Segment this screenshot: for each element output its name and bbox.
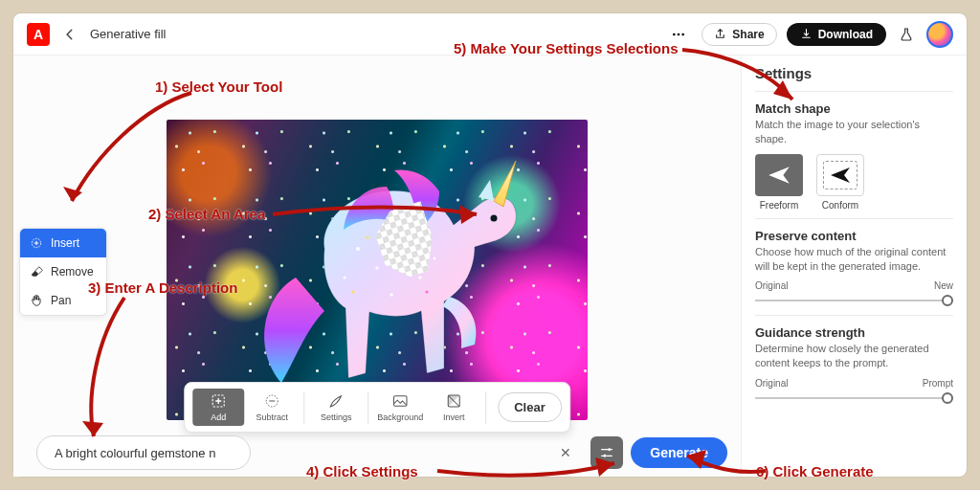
svg-point-0 xyxy=(673,33,676,35)
selection-invert[interactable]: Invert xyxy=(428,389,479,426)
subtract-icon xyxy=(263,392,280,410)
svg-point-12 xyxy=(367,236,369,239)
generate-button[interactable]: Generate xyxy=(631,437,727,468)
match-shape-conform[interactable]: Conform xyxy=(816,154,864,211)
preserve-slider[interactable] xyxy=(755,294,953,307)
svg-point-6 xyxy=(375,266,378,269)
back-button[interactable] xyxy=(59,24,80,45)
svg-point-5 xyxy=(356,247,360,251)
canvas-area: Insert Remove Pan xyxy=(13,56,741,477)
clear-button[interactable]: Clear xyxy=(498,392,562,422)
top-bar: A Generative fill Share Download xyxy=(13,13,967,56)
svg-point-2 xyxy=(682,33,685,35)
svg-point-9 xyxy=(344,277,346,279)
more-menu-button[interactable] xyxy=(665,21,692,48)
section-preserve-content: Preserve content Choose how much of the … xyxy=(755,218,953,316)
share-label: Share xyxy=(732,28,764,41)
download-button[interactable]: Download xyxy=(787,23,886,46)
selection-background[interactable]: Background xyxy=(374,389,426,426)
clear-prompt-icon[interactable]: ✕ xyxy=(560,445,571,460)
page-title: Generative fill xyxy=(90,27,166,41)
sliders-icon xyxy=(599,445,614,460)
labs-icon[interactable] xyxy=(896,24,917,45)
section-guidance-strength: Guidance strength Determine how closely … xyxy=(755,315,953,412)
svg-point-8 xyxy=(418,276,422,279)
svg-point-10 xyxy=(390,293,392,296)
add-icon xyxy=(210,392,227,410)
prompt-row: ✕ Generate xyxy=(36,434,727,471)
selection-toolbar: Add Subtract Settings Background xyxy=(184,382,570,433)
prompt-settings-button[interactable] xyxy=(590,436,623,469)
section-match-shape: Match shape Match the image to your sele… xyxy=(755,91,953,218)
plane-icon xyxy=(827,164,854,187)
invert-icon xyxy=(445,392,462,410)
avatar[interactable] xyxy=(926,21,953,48)
svg-point-21 xyxy=(608,448,611,451)
svg-point-16 xyxy=(425,290,428,293)
download-icon xyxy=(800,28,813,40)
app-window: A Generative fill Share Download xyxy=(13,13,967,477)
artwork-image[interactable] xyxy=(167,120,588,420)
prompt-input[interactable] xyxy=(36,435,251,470)
background-icon xyxy=(391,392,409,410)
svg-point-14 xyxy=(352,291,355,294)
selection-settings[interactable]: Settings xyxy=(310,389,362,426)
plane-icon xyxy=(765,163,793,188)
adobe-logo[interactable]: A xyxy=(27,23,50,46)
unicorn-illustration xyxy=(253,134,540,412)
svg-point-11 xyxy=(434,257,436,260)
share-icon xyxy=(714,28,726,40)
match-shape-freeform[interactable]: Freeform xyxy=(755,154,803,211)
main-area: Insert Remove Pan xyxy=(13,56,967,477)
settings-heading: Settings xyxy=(755,65,953,81)
svg-point-22 xyxy=(604,455,607,457)
selection-subtract[interactable]: Subtract xyxy=(246,389,298,426)
svg-point-4 xyxy=(491,215,498,222)
settings-panel: Settings Match shape Match the image to … xyxy=(741,56,967,477)
svg-point-1 xyxy=(678,33,680,35)
brush-icon xyxy=(327,392,345,410)
guidance-slider[interactable] xyxy=(755,391,953,405)
share-button[interactable]: Share xyxy=(702,23,776,46)
selection-add[interactable]: Add xyxy=(192,389,244,426)
svg-rect-19 xyxy=(393,396,407,407)
download-label: Download xyxy=(818,28,873,41)
